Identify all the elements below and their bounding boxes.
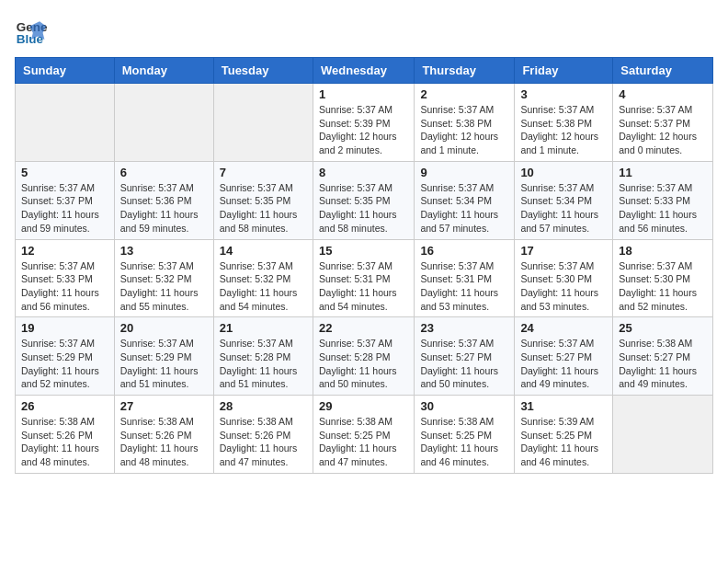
day-number: 6: [120, 166, 208, 179]
calendar-table: SundayMondayTuesdayWednesdayThursdayFrid…: [15, 57, 713, 474]
calendar-week-row: 12Sunrise: 5:37 AMSunset: 5:33 PMDayligh…: [16, 239, 713, 317]
calendar-cell: 5Sunrise: 5:37 AMSunset: 5:37 PMDaylight…: [16, 161, 115, 239]
day-info: Sunrise: 5:37 AMSunset: 5:29 PMDaylight:…: [21, 337, 108, 391]
day-info: Sunrise: 5:37 AMSunset: 5:29 PMDaylight:…: [120, 337, 208, 391]
calendar-cell: [16, 84, 115, 162]
day-info: Sunrise: 5:37 AMSunset: 5:28 PMDaylight:…: [319, 337, 408, 391]
calendar-cell: 12Sunrise: 5:37 AMSunset: 5:33 PMDayligh…: [16, 239, 115, 317]
calendar-cell: [114, 84, 213, 162]
page-header: General Blue: [15, 15, 713, 48]
day-info: Sunrise: 5:37 AMSunset: 5:28 PMDaylight:…: [220, 337, 307, 391]
calendar-cell: 19Sunrise: 5:37 AMSunset: 5:29 PMDayligh…: [16, 317, 115, 396]
day-number: 8: [319, 166, 408, 179]
calendar-cell: 15Sunrise: 5:37 AMSunset: 5:31 PMDayligh…: [313, 239, 414, 317]
day-number: 3: [520, 87, 607, 101]
calendar-body: 1Sunrise: 5:37 AMSunset: 5:39 PMDaylight…: [16, 84, 713, 474]
day-number: 23: [420, 321, 508, 335]
day-info: Sunrise: 5:37 AMSunset: 5:36 PMDaylight:…: [120, 181, 208, 236]
day-info: Sunrise: 5:37 AMSunset: 5:27 PMDaylight:…: [420, 337, 508, 391]
day-number: 2: [420, 87, 508, 101]
header-friday: Friday: [515, 58, 613, 84]
day-info: Sunrise: 5:37 AMSunset: 5:37 PMDaylight:…: [619, 103, 707, 157]
calendar-cell: 22Sunrise: 5:37 AMSunset: 5:28 PMDayligh…: [313, 317, 414, 396]
calendar-cell: 27Sunrise: 5:38 AMSunset: 5:26 PMDayligh…: [114, 396, 213, 474]
day-info: Sunrise: 5:37 AMSunset: 5:35 PMDaylight:…: [220, 181, 307, 236]
day-info: Sunrise: 5:38 AMSunset: 5:25 PMDaylight:…: [420, 415, 508, 469]
calendar-cell: 6Sunrise: 5:37 AMSunset: 5:36 PMDaylight…: [114, 161, 213, 239]
day-info: Sunrise: 5:37 AMSunset: 5:39 PMDaylight:…: [319, 103, 408, 157]
day-number: 25: [619, 321, 707, 335]
day-number: 18: [619, 244, 707, 258]
day-number: 26: [21, 399, 108, 413]
header-tuesday: Tuesday: [213, 58, 313, 84]
calendar-cell: 17Sunrise: 5:37 AMSunset: 5:30 PMDayligh…: [515, 239, 613, 317]
day-number: 7: [220, 166, 307, 179]
calendar-cell: 16Sunrise: 5:37 AMSunset: 5:31 PMDayligh…: [415, 239, 515, 317]
logo-icon: General Blue: [15, 15, 48, 48]
day-info: Sunrise: 5:37 AMSunset: 5:31 PMDaylight:…: [319, 259, 408, 314]
day-number: 5: [21, 166, 108, 179]
header-monday: Monday: [114, 58, 213, 84]
day-info: Sunrise: 5:37 AMSunset: 5:33 PMDaylight:…: [619, 181, 707, 236]
day-info: Sunrise: 5:37 AMSunset: 5:38 PMDaylight:…: [520, 103, 607, 157]
calendar-cell: 25Sunrise: 5:38 AMSunset: 5:27 PMDayligh…: [613, 317, 713, 396]
calendar-week-row: 1Sunrise: 5:37 AMSunset: 5:39 PMDaylight…: [16, 84, 713, 162]
calendar-cell: 18Sunrise: 5:37 AMSunset: 5:30 PMDayligh…: [613, 239, 713, 317]
day-number: 13: [120, 244, 208, 258]
day-number: 12: [21, 244, 108, 258]
calendar-cell: 13Sunrise: 5:37 AMSunset: 5:32 PMDayligh…: [114, 239, 213, 317]
day-number: 28: [220, 399, 307, 413]
day-info: Sunrise: 5:37 AMSunset: 5:30 PMDaylight:…: [619, 259, 707, 314]
calendar-cell: 23Sunrise: 5:37 AMSunset: 5:27 PMDayligh…: [415, 317, 515, 396]
calendar-cell: 29Sunrise: 5:38 AMSunset: 5:25 PMDayligh…: [313, 396, 414, 474]
calendar-cell: [213, 84, 313, 162]
logo: General Blue: [15, 15, 55, 48]
calendar-cell: [613, 396, 713, 474]
day-number: 9: [420, 166, 508, 179]
calendar-cell: 2Sunrise: 5:37 AMSunset: 5:38 PMDaylight…: [415, 84, 515, 162]
day-info: Sunrise: 5:37 AMSunset: 5:27 PMDaylight:…: [520, 337, 607, 391]
header-thursday: Thursday: [415, 58, 515, 84]
day-info: Sunrise: 5:37 AMSunset: 5:32 PMDaylight:…: [220, 259, 307, 314]
calendar-cell: 20Sunrise: 5:37 AMSunset: 5:29 PMDayligh…: [114, 317, 213, 396]
day-number: 22: [319, 321, 408, 335]
day-number: 1: [319, 87, 408, 101]
day-info: Sunrise: 5:39 AMSunset: 5:25 PMDaylight:…: [520, 415, 607, 469]
calendar-week-row: 5Sunrise: 5:37 AMSunset: 5:37 PMDaylight…: [16, 161, 713, 239]
day-info: Sunrise: 5:38 AMSunset: 5:26 PMDaylight:…: [220, 415, 307, 469]
day-number: 15: [319, 244, 408, 258]
day-info: Sunrise: 5:37 AMSunset: 5:33 PMDaylight:…: [21, 259, 108, 314]
header-sunday: Sunday: [16, 58, 115, 84]
calendar-cell: 14Sunrise: 5:37 AMSunset: 5:32 PMDayligh…: [213, 239, 313, 317]
calendar-cell: 21Sunrise: 5:37 AMSunset: 5:28 PMDayligh…: [213, 317, 313, 396]
calendar-week-row: 19Sunrise: 5:37 AMSunset: 5:29 PMDayligh…: [16, 317, 713, 396]
day-number: 24: [520, 321, 607, 335]
day-info: Sunrise: 5:37 AMSunset: 5:34 PMDaylight:…: [420, 181, 508, 236]
day-info: Sunrise: 5:38 AMSunset: 5:25 PMDaylight:…: [319, 415, 408, 469]
calendar-cell: 7Sunrise: 5:37 AMSunset: 5:35 PMDaylight…: [213, 161, 313, 239]
calendar-cell: 9Sunrise: 5:37 AMSunset: 5:34 PMDaylight…: [415, 161, 515, 239]
calendar-cell: 1Sunrise: 5:37 AMSunset: 5:39 PMDaylight…: [313, 84, 414, 162]
day-info: Sunrise: 5:38 AMSunset: 5:26 PMDaylight:…: [21, 415, 108, 469]
day-info: Sunrise: 5:37 AMSunset: 5:38 PMDaylight:…: [420, 103, 508, 157]
day-info: Sunrise: 5:38 AMSunset: 5:27 PMDaylight:…: [619, 337, 707, 391]
calendar-cell: 4Sunrise: 5:37 AMSunset: 5:37 PMDaylight…: [613, 84, 713, 162]
calendar-cell: 26Sunrise: 5:38 AMSunset: 5:26 PMDayligh…: [16, 396, 115, 474]
day-number: 17: [520, 244, 607, 258]
calendar-cell: 8Sunrise: 5:37 AMSunset: 5:35 PMDaylight…: [313, 161, 414, 239]
day-info: Sunrise: 5:37 AMSunset: 5:34 PMDaylight:…: [520, 181, 607, 236]
calendar-cell: 11Sunrise: 5:37 AMSunset: 5:33 PMDayligh…: [613, 161, 713, 239]
day-info: Sunrise: 5:37 AMSunset: 5:37 PMDaylight:…: [21, 181, 108, 236]
day-info: Sunrise: 5:37 AMSunset: 5:30 PMDaylight:…: [520, 259, 607, 314]
calendar-cell: 24Sunrise: 5:37 AMSunset: 5:27 PMDayligh…: [515, 317, 613, 396]
day-number: 27: [120, 399, 208, 413]
calendar-cell: 30Sunrise: 5:38 AMSunset: 5:25 PMDayligh…: [415, 396, 515, 474]
day-info: Sunrise: 5:37 AMSunset: 5:35 PMDaylight:…: [319, 181, 408, 236]
calendar-cell: 3Sunrise: 5:37 AMSunset: 5:38 PMDaylight…: [515, 84, 613, 162]
day-number: 30: [420, 399, 508, 413]
calendar-cell: 10Sunrise: 5:37 AMSunset: 5:34 PMDayligh…: [515, 161, 613, 239]
calendar-week-row: 26Sunrise: 5:38 AMSunset: 5:26 PMDayligh…: [16, 396, 713, 474]
day-number: 20: [120, 321, 208, 335]
calendar-cell: 28Sunrise: 5:38 AMSunset: 5:26 PMDayligh…: [213, 396, 313, 474]
day-number: 31: [520, 399, 607, 413]
